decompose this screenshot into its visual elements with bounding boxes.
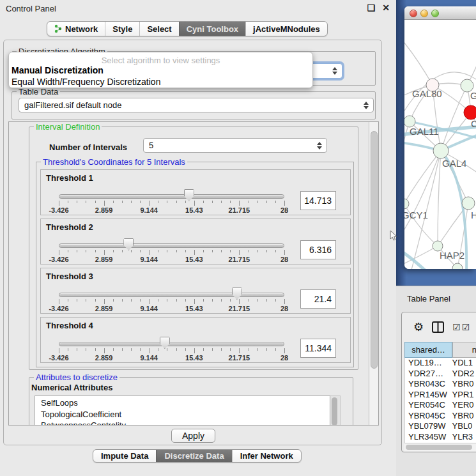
tab-cyni-toolbox[interactable]: Cyni Toolbox	[179, 22, 245, 36]
threshold-label: Threshold 1	[46, 173, 93, 183]
control-panel-titlebar: Control Panel ❑ ✕	[0, 0, 396, 17]
network-node-label: GCY1	[404, 210, 428, 220]
table-cell[interactable]: YDL19…	[405, 358, 449, 369]
settings-scrollbar[interactable]	[369, 122, 378, 426]
tab-label: Impute Data	[101, 451, 148, 461]
table-cell[interactable]: YLR3	[449, 432, 476, 443]
threshold-value-field[interactable]: 21.4	[300, 289, 336, 309]
table-row[interactable]: YPR145WYPR1	[405, 390, 476, 401]
tab-impute-data[interactable]: Impute Data	[93, 450, 156, 462]
tab-discretize-data[interactable]: Discretize Data	[156, 450, 231, 462]
table-cell[interactable]: YER054C	[405, 400, 449, 411]
threshold-slider-track[interactable]	[59, 342, 284, 346]
table-data-group: Table Data galFiltered.sif default node	[12, 91, 376, 119]
attribute-item-topologicalcoefficient[interactable]: TopologicalCoefficient	[35, 409, 330, 420]
threshold-slider-thumb[interactable]	[123, 238, 134, 250]
zoom-traffic-light-icon[interactable]	[431, 10, 439, 17]
table-cell[interactable]: YER0	[449, 400, 476, 411]
network-canvas[interactable]: GAL80GACGAL11GAL4GCY1HHAP2	[404, 20, 476, 269]
table-cell[interactable]: YDR27…	[405, 369, 449, 380]
table-cell[interactable]: YPR145W	[405, 390, 449, 401]
tab-style[interactable]: Style	[105, 22, 139, 36]
threshold-value-field[interactable]: 14.713	[300, 191, 336, 210]
threshold-value-field[interactable]: 6.316	[300, 240, 336, 259]
tab-network[interactable]: Network	[47, 22, 105, 36]
table-toolbar: ⚙ ☑☑	[402, 312, 476, 342]
threshold-slider-track[interactable]	[59, 243, 284, 248]
settings-scrollbar-thumb[interactable]	[371, 131, 378, 369]
threshold-slider-track[interactable]	[59, 293, 284, 297]
column-layout-icon[interactable]	[432, 321, 444, 333]
table-data-combobox[interactable]: galFiltered.sif default node	[19, 98, 374, 112]
list-scrollbar[interactable]	[330, 395, 341, 426]
table-row[interactable]: YDL19…YDL1	[405, 358, 476, 369]
numerical-attributes-list[interactable]: SelfLoopsTopologicalCoefficientBetweenne…	[35, 395, 330, 426]
gear-icon[interactable]: ⚙	[413, 321, 424, 333]
threshold-value-field[interactable]: 11.344	[300, 339, 336, 358]
scale-label: 15.43	[185, 206, 203, 214]
dropdown-item-manual-discretization[interactable]: Manual Discretization	[12, 65, 104, 75]
scale-label: 15.43	[185, 305, 203, 312]
tab-infer-network[interactable]: Infer Network	[232, 450, 301, 462]
table-cell[interactable]: YBR0	[449, 379, 476, 390]
network-node-GCY1[interactable]	[404, 199, 409, 209]
table-cell[interactable]: YBL0	[449, 421, 476, 432]
table-row[interactable]: YER054CYER0	[405, 400, 476, 411]
table-cell[interactable]: YBL079W	[405, 421, 449, 432]
table-hscrollbar[interactable]	[404, 443, 476, 451]
number-of-intervals-value: 5	[149, 141, 153, 150]
threshold-slider-track[interactable]	[59, 194, 284, 199]
column-header-shared-[interactable]: shared…	[404, 342, 452, 358]
network-edge	[438, 151, 441, 246]
table-cell[interactable]: YLR345W	[405, 432, 449, 443]
number-of-intervals-combobox[interactable]: 5	[143, 138, 327, 153]
tab-select[interactable]: Select	[139, 22, 178, 36]
network-window-titlebar[interactable]	[404, 6, 476, 20]
table-cell[interactable]: YBR0	[449, 411, 476, 422]
list-scrollbar-thumb[interactable]	[332, 397, 337, 426]
attributes-group: Attributes to discretize Numerical Attri…	[29, 377, 353, 426]
table-header: shared…na	[404, 342, 476, 358]
stepper-icon	[317, 141, 323, 150]
checkbox-icon[interactable]: ☑☑	[452, 322, 471, 332]
column-header-na[interactable]: na	[452, 342, 476, 358]
table-cell[interactable]: YDL1	[449, 358, 476, 369]
close-icon[interactable]: ✕	[382, 3, 390, 13]
control-panel: Control Panel ❑ ✕ NetworkStyleSelectCyni…	[0, 0, 396, 476]
table-hscrollbar-thumb[interactable]	[406, 445, 472, 450]
table-row[interactable]: YDR27…YDR2	[405, 369, 476, 380]
network-edge	[404, 151, 441, 204]
threshold-slider-thumb[interactable]	[184, 189, 194, 201]
network-node-H[interactable]	[462, 197, 475, 210]
threshold-slider-thumb[interactable]	[232, 288, 242, 300]
dropdown-item-equal-width-frequency-discretization[interactable]: Equal Width/Frequency Discretization	[12, 77, 160, 87]
scale-label: 21.715	[229, 256, 250, 263]
network-node-GAL4[interactable]	[433, 143, 449, 158]
settings-viewport: Interval Definition Number of Intervals …	[8, 121, 379, 426]
table-body: YDL19…YDL1YDR27…YDR2YBR043CYBR0YPR145WYP…	[404, 358, 476, 443]
close-traffic-light-icon[interactable]	[410, 10, 417, 17]
float-window-icon[interactable]: ❑	[367, 3, 375, 13]
apply-button[interactable]: Apply	[171, 429, 215, 443]
attribute-item-selfloops[interactable]: SelfLoops	[35, 397, 330, 409]
table-row[interactable]: YBL079WYBL0	[405, 421, 476, 432]
threshold-label: Threshold 2	[46, 222, 93, 232]
scale-label: 28	[280, 305, 288, 312]
tab-jactivemnodules[interactable]: jActiveMNodules	[245, 22, 327, 36]
tab-label: Cyni Toolbox	[187, 24, 238, 34]
table-cell[interactable]: YBR043C	[405, 379, 449, 390]
threshold-box-2: Threshold 2-3.4262.8599.14415.4321.71528…	[40, 219, 351, 265]
threshold-slider-thumb[interactable]	[160, 337, 170, 349]
attribute-item-betweennesscentrality[interactable]: BetweennessCentrality	[35, 420, 330, 426]
table-cell[interactable]: YBR045C	[405, 411, 449, 422]
network-node-RED[interactable]	[464, 105, 476, 119]
table-row[interactable]: YLR345WYLR3	[405, 432, 476, 443]
network-view-window[interactable]: GAL80GACGAL11GAL4GCY1HHAP2	[404, 6, 476, 269]
table-cell[interactable]: YDR2	[449, 369, 476, 380]
table-cell[interactable]: YPR1	[449, 390, 476, 401]
tab-label: Infer Network	[240, 451, 293, 461]
minimize-traffic-light-icon[interactable]	[420, 10, 428, 17]
scale-label: 15.43	[185, 256, 203, 263]
table-row[interactable]: YBR043CYBR0	[405, 379, 476, 390]
table-row[interactable]: YBR045CYBR0	[405, 411, 476, 422]
